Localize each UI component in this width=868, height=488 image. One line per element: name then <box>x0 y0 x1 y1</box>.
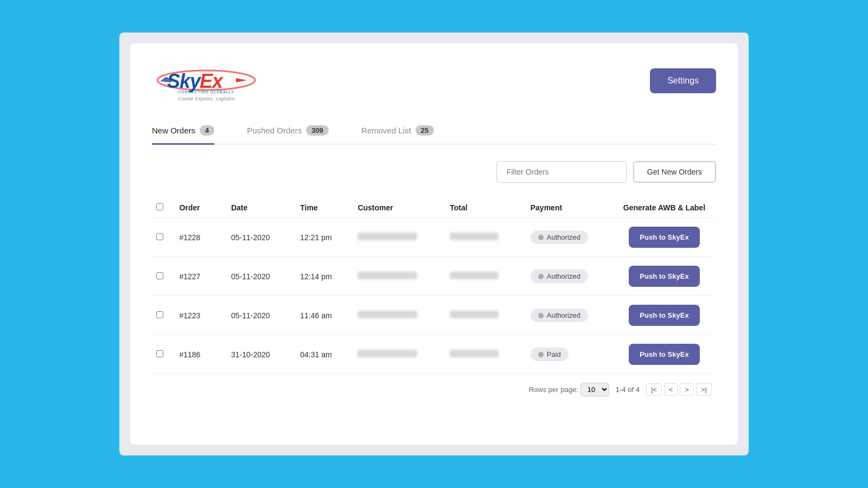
order-time: 04:31 am <box>296 335 353 374</box>
tab-removed-list-label: Removed List <box>361 126 411 135</box>
tab-removed-list[interactable]: Removed List 25 <box>361 118 434 145</box>
get-new-orders-button[interactable]: Get New Orders <box>633 161 716 183</box>
main-card: Sky Ex CONNECTING GLOBALLY Courier Expre… <box>130 43 738 445</box>
push-to-skyex-button[interactable]: Push to SkyEx <box>629 344 699 365</box>
order-date: 05-11-2020 <box>227 257 296 296</box>
customer-name <box>353 257 445 296</box>
rows-per-page: Rows per page: 10 25 50 <box>529 383 609 396</box>
row-checkbox[interactable] <box>156 311 163 318</box>
order-number: #1228 <box>175 218 227 257</box>
payment-status-text: Authorized <box>547 311 580 319</box>
order-time: 12:14 pm <box>296 257 353 296</box>
logo-tagline: Courier Express, Logistics <box>178 96 235 101</box>
payment-dot <box>538 313 544 318</box>
table-row: #1223 05-11-2020 11:46 am Authorized Pus… <box>152 296 716 335</box>
logo-area: Sky Ex CONNECTING GLOBALLY Courier Expre… <box>152 60 260 101</box>
action-cell: Push to SkyEx <box>612 296 716 335</box>
order-date: 05-11-2020 <box>227 218 296 257</box>
col-header-order: Order <box>175 198 227 218</box>
tab-new-orders[interactable]: New Orders 4 <box>152 118 214 145</box>
order-total <box>445 218 526 257</box>
pagination-info: 1-4 of 4 <box>616 386 640 394</box>
svg-text:Ex: Ex <box>200 70 224 92</box>
col-header-action: Generate AWB & Label <box>612 198 716 218</box>
payment-status: Authorized <box>526 296 612 335</box>
col-header-time: Time <box>296 198 353 218</box>
filter-input[interactable] <box>496 161 627 183</box>
svg-text:CONNECTING GLOBALLY: CONNECTING GLOBALLY <box>178 90 234 94</box>
select-all-checkbox[interactable] <box>156 203 163 210</box>
payment-status-text: Authorized <box>547 233 580 241</box>
row-checkbox[interactable] <box>156 350 163 357</box>
payment-dot <box>538 352 544 357</box>
skyex-logo: Sky Ex CONNECTING GLOBALLY <box>152 60 260 95</box>
tab-pushed-orders[interactable]: Pushed Orders 309 <box>247 118 329 145</box>
next-page-button[interactable]: > <box>680 383 694 396</box>
tab-new-orders-label: New Orders <box>152 126 195 135</box>
order-time: 12:21 pm <box>296 218 353 257</box>
payment-status-text: Authorized <box>547 272 580 280</box>
col-header-total: Total <box>445 198 526 218</box>
payment-status: Paid <box>526 335 612 374</box>
payment-dot <box>538 274 544 279</box>
svg-text:Sky: Sky <box>167 70 202 92</box>
orders-table: Order Date Time Customer Total Payment G… <box>152 198 716 374</box>
customer-name <box>353 335 445 374</box>
last-page-button[interactable]: >| <box>696 383 712 396</box>
order-date: 31-10-2020 <box>227 335 296 374</box>
table-row: #1228 05-11-2020 12:21 pm Authorized Pus… <box>152 218 716 257</box>
customer-name <box>353 218 445 257</box>
tabs-bar: New Orders 4 Pushed Orders 309 Removed L… <box>152 118 716 145</box>
col-header-payment: Payment <box>526 198 612 218</box>
toolbar: Get New Orders <box>152 161 716 183</box>
payment-status: Authorized <box>526 257 612 296</box>
order-time: 11:46 am <box>296 296 353 335</box>
table-row: #1227 05-11-2020 12:14 pm Authorized Pus… <box>152 257 716 296</box>
header: Sky Ex CONNECTING GLOBALLY Courier Expre… <box>152 60 716 101</box>
col-header-date: Date <box>227 198 296 218</box>
row-checkbox[interactable] <box>156 272 163 279</box>
order-total <box>445 257 526 296</box>
tab-pushed-orders-label: Pushed Orders <box>247 126 302 135</box>
order-number: #1186 <box>175 335 227 374</box>
order-number: #1227 <box>175 257 227 296</box>
payment-status: Authorized <box>526 218 612 257</box>
rows-per-page-label: Rows per page: <box>529 386 578 394</box>
svg-marker-2 <box>236 78 247 82</box>
rows-per-page-select[interactable]: 10 25 50 <box>580 383 609 396</box>
order-total <box>445 296 526 335</box>
app-container: Sky Ex CONNECTING GLOBALLY Courier Expre… <box>119 33 749 455</box>
customer-name <box>353 296 445 335</box>
action-cell: Push to SkyEx <box>612 257 716 296</box>
payment-dot <box>538 235 544 240</box>
push-to-skyex-button[interactable]: Push to SkyEx <box>629 266 699 287</box>
order-number: #1223 <box>175 296 227 335</box>
tab-pushed-orders-badge: 309 <box>306 125 329 136</box>
push-to-skyex-button[interactable]: Push to SkyEx <box>629 227 699 248</box>
row-checkbox[interactable] <box>156 233 163 240</box>
order-date: 05-11-2020 <box>227 296 296 335</box>
prev-page-button[interactable]: < <box>664 383 678 396</box>
order-total <box>445 335 526 374</box>
action-cell: Push to SkyEx <box>612 335 716 374</box>
action-cell: Push to SkyEx <box>612 218 716 257</box>
table-row: #1186 31-10-2020 04:31 am Paid Push to S… <box>152 335 716 374</box>
pagination-row: Rows per page: 10 25 50 1-4 of 4 |< < > … <box>152 374 716 396</box>
push-to-skyex-button[interactable]: Push to SkyEx <box>629 305 699 326</box>
first-page-button[interactable]: |< <box>646 383 662 396</box>
tab-removed-list-badge: 25 <box>416 125 434 136</box>
settings-button[interactable]: Settings <box>650 68 716 93</box>
payment-status-text: Paid <box>547 350 561 358</box>
tab-new-orders-badge: 4 <box>200 125 214 136</box>
pagination-nav: |< < > >| <box>646 383 712 396</box>
table-header-row: Order Date Time Customer Total Payment G… <box>152 198 716 218</box>
col-header-customer: Customer <box>353 198 445 218</box>
